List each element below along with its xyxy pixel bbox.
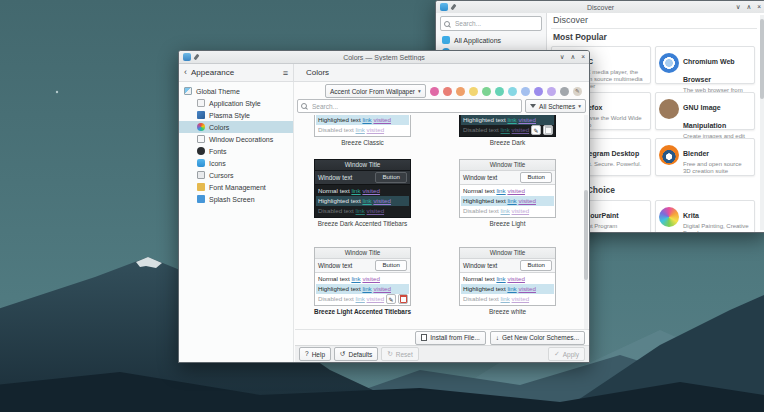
scheme-card-breeze-light[interactable]: Window Title Window text Button Normal t… bbox=[459, 159, 556, 227]
sidebar-item-fonts[interactable]: Fonts bbox=[179, 145, 293, 157]
get-new-color-schemes-button[interactable]: ↓ Get New Color Schemes... bbox=[490, 331, 585, 345]
maximize-button[interactable]: ∧ bbox=[570, 51, 575, 63]
sidebar-item-font-management[interactable]: Font Management bbox=[179, 181, 293, 193]
sidebar-item-global-theme[interactable]: Global Theme bbox=[179, 85, 293, 97]
window-decorations-icon bbox=[197, 135, 205, 143]
fonts-icon bbox=[197, 147, 205, 155]
sidebar-item-label: Colors bbox=[209, 124, 229, 131]
minimize-button[interactable]: ∨ bbox=[560, 51, 565, 63]
preview-window-title: Window Title bbox=[460, 248, 555, 259]
sidebar-item-label: All Applications bbox=[454, 37, 501, 44]
accent-color-dropdown[interactable]: Accent Color From Wallpaper ▾ bbox=[325, 84, 426, 98]
scheme-preview: Window Title Window text Button Normal t… bbox=[314, 159, 411, 218]
blender-icon bbox=[659, 145, 679, 165]
sidebar-item-label: Fonts bbox=[209, 148, 227, 155]
disabled-text: Disabled text bbox=[463, 126, 499, 133]
sidebar-item-cursors[interactable]: Cursors bbox=[179, 169, 293, 181]
app-card-blender[interactable]: Blender Free and open source 3D creation… bbox=[655, 138, 755, 176]
app-card-krita[interactable]: Krita Digital Painting, Creative Freedom bbox=[655, 200, 755, 232]
install-from-file-button[interactable]: Install from File... bbox=[415, 331, 485, 345]
trash-icon bbox=[400, 295, 407, 303]
krita-icon bbox=[659, 207, 679, 227]
highlighted-text: Highlighted text bbox=[318, 197, 361, 204]
icons-icon bbox=[197, 159, 205, 167]
edit-scheme-button[interactable]: ✎ bbox=[386, 294, 396, 304]
sidebar-item-plasma-style[interactable]: Plasma Style bbox=[179, 109, 293, 121]
file-icon bbox=[421, 334, 427, 341]
scheme-card-breeze-white[interactable]: Window Title Window text Button Normal t… bbox=[459, 247, 556, 315]
scrollbar-handle[interactable] bbox=[584, 190, 588, 280]
chevron-down-icon: ▾ bbox=[578, 103, 581, 109]
preview-window-text: Window text bbox=[318, 262, 352, 269]
link-text: link bbox=[362, 116, 371, 123]
scheme-card-breeze-dark[interactable]: Window Title Window text Button Normal t… bbox=[459, 115, 556, 146]
accent-swatch-red[interactable] bbox=[443, 87, 452, 96]
scrollbar-handle[interactable] bbox=[760, 19, 764, 99]
edit-scheme-button[interactable]: ✎ bbox=[531, 125, 541, 135]
sidebar-item-icons[interactable]: Icons bbox=[179, 157, 293, 169]
pencil-icon: ✎ bbox=[388, 296, 393, 303]
close-button[interactable]: × bbox=[757, 1, 761, 13]
scheme-name: Breeze Dark Accented Titlebars bbox=[314, 220, 411, 227]
sidebar-item-splash-screen[interactable]: Splash Screen bbox=[179, 193, 293, 205]
disabled-text: Disabled text bbox=[318, 207, 354, 214]
visited-text: visited bbox=[518, 116, 536, 123]
settings-titlebar[interactable]: Colors — System Settings ∨ ∧ × bbox=[179, 51, 589, 64]
scheme-actions-row: Install from File... ↓ Get New Color Sch… bbox=[295, 329, 589, 345]
accent-swatch-purple[interactable] bbox=[534, 87, 543, 96]
highlighted-text: Highlighted text bbox=[463, 116, 506, 123]
scheme-search[interactable] bbox=[297, 99, 522, 113]
disabled-text: Disabled text bbox=[318, 126, 354, 133]
disabled-text: Disabled text bbox=[318, 295, 354, 302]
divider bbox=[551, 28, 757, 29]
button-label: Defaults bbox=[348, 351, 372, 358]
sidebar-item-window-decorations[interactable]: Window Decorations bbox=[179, 133, 293, 145]
link-text: link bbox=[507, 285, 516, 292]
accent-swatch-yellow[interactable] bbox=[469, 87, 478, 96]
custom-color-picker-button[interactable]: ✎ bbox=[573, 87, 582, 96]
accent-swatch-gray[interactable] bbox=[560, 87, 569, 96]
visited-text: visited bbox=[507, 187, 525, 194]
app-card-chromium[interactable]: Chromium Web Browser The web browser fro… bbox=[655, 46, 755, 84]
accent-swatch-green[interactable] bbox=[482, 87, 491, 96]
accent-swatch-orange[interactable] bbox=[456, 87, 465, 96]
back-button[interactable]: ‹ bbox=[184, 65, 187, 80]
scrollbar[interactable] bbox=[760, 15, 764, 230]
accent-color-row: Accent Color From Wallpaper ▾ ✎ bbox=[325, 84, 587, 98]
accent-swatch-teal[interactable] bbox=[495, 87, 504, 96]
discover-search-input[interactable] bbox=[453, 19, 538, 28]
accent-swatch-pink[interactable] bbox=[430, 87, 439, 96]
plasma-style-icon bbox=[197, 111, 205, 119]
scrollbar[interactable] bbox=[584, 115, 588, 329]
defaults-button[interactable]: ↺ Defaults bbox=[334, 347, 378, 361]
search-icon bbox=[301, 103, 307, 109]
sidebar-item-all-applications[interactable]: All Applications bbox=[436, 34, 546, 46]
scheme-preview: Window Title Window text Button Normal t… bbox=[459, 115, 556, 137]
sidebar-item-colors[interactable]: Colors bbox=[179, 121, 293, 133]
font-management-icon bbox=[197, 183, 205, 191]
scheme-search-input[interactable] bbox=[310, 102, 518, 111]
reset-button: ↻ Reset bbox=[381, 347, 418, 361]
preview-button: Button bbox=[520, 172, 552, 183]
hamburger-menu-icon[interactable]: ≡ bbox=[283, 68, 288, 78]
accent-swatch-cyan[interactable] bbox=[508, 87, 517, 96]
scheme-card-breeze-classic[interactable]: Window Title Window text Button Normal t… bbox=[314, 115, 411, 146]
breadcrumb: Appearance bbox=[191, 68, 234, 77]
preview-button: Button bbox=[375, 260, 407, 271]
delete-scheme-button[interactable] bbox=[398, 294, 408, 304]
app-card-gimp[interactable]: GNU Image Manipulation Create images and… bbox=[655, 92, 755, 130]
accent-swatch-blue[interactable] bbox=[521, 87, 530, 96]
all-schemes-dropdown[interactable]: All Schemes ▾ bbox=[525, 99, 586, 113]
sidebar-item-label: Font Management bbox=[209, 184, 266, 191]
accent-swatch-lavender[interactable] bbox=[547, 87, 556, 96]
scheme-card-breeze-light-accented[interactable]: Window Title Window text Button Normal t… bbox=[314, 247, 411, 315]
sidebar-item-application-style[interactable]: Application Style bbox=[179, 97, 293, 109]
dropdown-value: All Schemes bbox=[539, 103, 575, 110]
help-button[interactable]: ? Help bbox=[299, 347, 331, 361]
close-button[interactable]: × bbox=[581, 51, 585, 63]
discover-search[interactable] bbox=[440, 16, 542, 31]
scheme-card-breeze-dark-accented[interactable]: Window Title Window text Button Normal t… bbox=[314, 159, 411, 227]
maximize-button[interactable]: ∧ bbox=[746, 1, 751, 13]
minimize-button[interactable]: ∨ bbox=[736, 1, 741, 13]
visited-text: visited bbox=[362, 275, 380, 282]
